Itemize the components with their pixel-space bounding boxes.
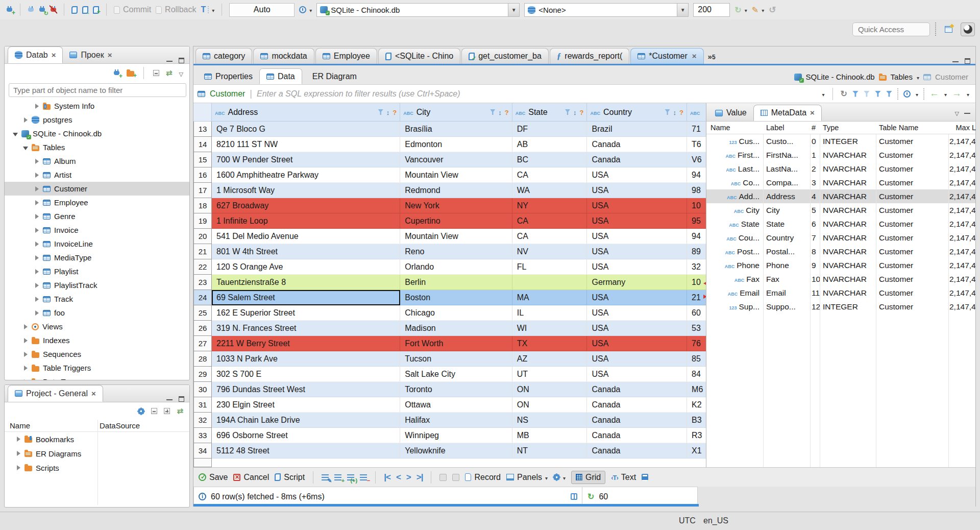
cell-address[interactable]: 801 W 4th Street bbox=[212, 244, 400, 259]
cell-city[interactable]: Berlin bbox=[400, 275, 512, 290]
delete-row-icon[interactable]: − bbox=[360, 474, 367, 480]
row-number[interactable]: 14 bbox=[193, 137, 212, 152]
filter-history-icon[interactable] bbox=[822, 89, 824, 98]
project-item[interactable]: Bookmarks bbox=[5, 432, 189, 446]
row-number[interactable]: 34 bbox=[193, 443, 212, 459]
link-with-editor-icon[interactable] bbox=[166, 68, 173, 78]
expand-arrow-icon[interactable] bbox=[34, 310, 39, 316]
new-sql-script-icon[interactable]: + bbox=[93, 6, 99, 14]
apply-filter-icon[interactable]: ✓ bbox=[852, 91, 859, 97]
cell-address[interactable]: 696 Osborne Street bbox=[212, 428, 400, 443]
new-connection-icon[interactable]: + bbox=[113, 69, 120, 77]
cell-city[interactable]: Orlando bbox=[400, 259, 512, 275]
cell-city[interactable]: Redmond bbox=[400, 183, 512, 198]
view-menu-icon[interactable] bbox=[955, 108, 959, 117]
cell-city[interactable]: Mountain View bbox=[400, 167, 512, 183]
expand-arrow-icon[interactable] bbox=[16, 437, 21, 442]
script-button[interactable]: Script bbox=[275, 473, 305, 482]
expand-arrow-icon[interactable] bbox=[34, 173, 39, 178]
expand-arrow-icon[interactable] bbox=[13, 131, 18, 136]
cell-postalcode-clipped[interactable]: K2 bbox=[687, 397, 706, 413]
cell-country[interactable]: Canada bbox=[587, 413, 687, 428]
editor-tab[interactable]: get_customer_ba bbox=[461, 48, 549, 64]
previous-row-button[interactable]: < bbox=[396, 472, 401, 483]
open-sql-script-icon[interactable]: → bbox=[82, 6, 88, 14]
cell-country[interactable]: Canada bbox=[587, 428, 687, 443]
cell-country[interactable]: USA bbox=[587, 290, 687, 305]
row-number[interactable]: 17 bbox=[193, 183, 212, 198]
metadata-row[interactable]: Email Email 11 NVARCHAR Customer 2,147,4… bbox=[706, 286, 975, 300]
tree-item[interactable]: postgres bbox=[5, 113, 189, 127]
locale-indicator[interactable]: en_US bbox=[703, 516, 728, 525]
cell-city[interactable]: Halifax bbox=[400, 413, 512, 428]
tree-item[interactable]: Indexes bbox=[5, 333, 189, 347]
cell-city[interactable]: Salt Lake City bbox=[400, 367, 512, 382]
cell-city[interactable]: Chicago bbox=[400, 305, 512, 321]
sql-editor-icon[interactable] bbox=[71, 6, 78, 14]
editor-tab[interactable]: rewards_report( bbox=[550, 48, 629, 64]
editor-tab[interactable]: mockdata bbox=[253, 48, 314, 64]
sort-icon[interactable] bbox=[673, 108, 677, 117]
row-number[interactable]: 24 bbox=[193, 290, 212, 305]
metadata-row[interactable]: Last... LastNa... 2 NVARCHAR Customer 2,… bbox=[706, 162, 975, 176]
project-item[interactable]: ER Diagrams bbox=[5, 446, 189, 461]
cell-country[interactable]: Canada bbox=[587, 137, 687, 152]
cell-postalcode-clipped[interactable]: B3 bbox=[687, 413, 706, 428]
save-button[interactable]: Save bbox=[199, 473, 228, 482]
link-with-editor-icon[interactable] bbox=[177, 406, 183, 416]
cell-address[interactable]: Tauentzienstraße 8 bbox=[212, 275, 400, 290]
metadata-row[interactable]: Fax Fax 10 NVARCHAR Customer 2,147,483 bbox=[706, 272, 975, 286]
cell-address[interactable]: 194A Chain Lake Drive bbox=[212, 413, 400, 428]
cell-state[interactable]: UT bbox=[512, 367, 587, 382]
metadata-row[interactable]: Post... Postal... 8 NVARCHAR Customer 2,… bbox=[706, 245, 975, 258]
maximize-icon[interactable] bbox=[965, 58, 970, 64]
value-tab[interactable]: Value bbox=[708, 105, 753, 121]
expand-arrow-icon[interactable] bbox=[23, 352, 28, 357]
cell-state[interactable]: NY bbox=[512, 198, 587, 213]
fetch-size-input[interactable]: 200 bbox=[693, 3, 730, 17]
cell-postalcode-clipped[interactable]: 32 bbox=[687, 259, 706, 275]
expand-arrow-icon[interactable] bbox=[34, 255, 39, 260]
cell-state[interactable]: ON bbox=[512, 382, 587, 397]
grid-column-header[interactable]: Address bbox=[212, 103, 400, 121]
rollback-button[interactable]: Rollback bbox=[156, 5, 196, 14]
editor-tab[interactable]: <SQLite - Chino bbox=[378, 48, 460, 64]
tree-item[interactable]: SQLite - Chinook.db bbox=[5, 127, 189, 140]
close-icon[interactable] bbox=[810, 108, 815, 117]
cell-city[interactable]: Fort Worth bbox=[400, 336, 512, 351]
cell-address[interactable]: 5112 48 Street bbox=[212, 443, 400, 459]
close-icon[interactable] bbox=[108, 51, 112, 60]
calc-panel-icon[interactable] bbox=[642, 474, 648, 481]
grid-column-header[interactable]: State bbox=[512, 103, 587, 121]
cell-state[interactable]: IL bbox=[512, 305, 587, 321]
row-number[interactable]: 32 bbox=[193, 413, 212, 428]
cell-city[interactable]: Madison bbox=[400, 321, 512, 336]
tree-item[interactable]: Playlist bbox=[5, 264, 189, 278]
cancel-button[interactable]: Cancel bbox=[233, 473, 269, 482]
tree-item[interactable]: Tables bbox=[5, 140, 189, 154]
tree-item[interactable]: Data Types bbox=[5, 375, 189, 380]
nav-back-icon[interactable] bbox=[929, 89, 939, 98]
chevron-down-icon[interactable] bbox=[944, 89, 947, 98]
cell-postalcode-clipped[interactable]: 84 bbox=[687, 367, 706, 382]
cell-city[interactable]: Toronto bbox=[400, 382, 512, 397]
cell-state[interactable]: BC bbox=[512, 152, 587, 167]
add-row-icon[interactable]: + bbox=[334, 474, 341, 480]
undo-icon[interactable] bbox=[769, 5, 776, 15]
row-number[interactable]: 18 bbox=[193, 198, 212, 213]
cell-state[interactable]: CA bbox=[512, 213, 587, 229]
chevron-down-icon[interactable] bbox=[916, 89, 918, 98]
editor-subtab[interactable]: Data bbox=[259, 68, 302, 84]
row-number[interactable]: 25 bbox=[193, 305, 212, 321]
row-number[interactable]: 21 bbox=[193, 244, 212, 259]
cell-city[interactable]: Boston bbox=[400, 290, 512, 305]
metadata-row[interactable]: Cus... Custo... 0 INTEGER Customer 2,147… bbox=[706, 134, 975, 148]
expand-arrow-icon[interactable] bbox=[34, 269, 39, 274]
cell-country[interactable]: USA bbox=[587, 229, 687, 244]
row-number[interactable]: 19 bbox=[193, 213, 212, 229]
row-number[interactable]: 20 bbox=[193, 229, 212, 244]
breadcrumb-table[interactable]: Customer bbox=[935, 73, 968, 81]
expand-arrow-icon[interactable] bbox=[34, 214, 39, 219]
expand-arrow-icon[interactable] bbox=[23, 324, 28, 329]
gear-icon[interactable] bbox=[138, 408, 144, 415]
